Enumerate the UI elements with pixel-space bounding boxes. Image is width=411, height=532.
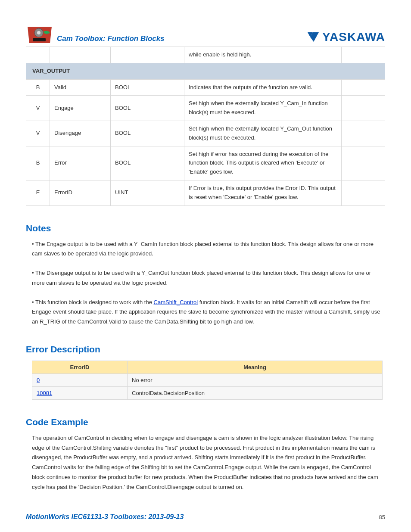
errorid-link[interactable]: 10081: [37, 390, 52, 396]
table-row: V Disengage BOOL Set high when the exter…: [26, 121, 385, 146]
svg-rect-2: [33, 38, 46, 41]
camshift-control-link[interactable]: CamShift_Control: [154, 299, 198, 305]
header-left: Cam Toolbox: Function Blocks: [26, 24, 165, 44]
cell: ErrorID: [50, 180, 111, 205]
errorid-cell: 10081: [32, 386, 128, 399]
notes-p3: • This function block is designed to wor…: [32, 298, 383, 327]
meaning-header: Meaning: [128, 361, 383, 373]
errorid-cell: 0: [32, 373, 128, 386]
code-example-body: The operation of CamControl in deciding …: [32, 433, 383, 492]
error-table: ErrorID Meaning 0 No error 10081 Control…: [32, 361, 383, 400]
cell: B: [26, 79, 50, 96]
errorid-link[interactable]: 0: [37, 377, 40, 383]
table-row: B Valid BOOL Indicates that the outputs …: [26, 79, 385, 96]
cell: BOOL: [111, 146, 184, 180]
table-row: while enable is held high.: [26, 47, 385, 63]
table-row: E ErrorID UINT If Error is true, this ou…: [26, 180, 385, 205]
brand-mark-icon: [307, 31, 320, 43]
header-title: Cam Toolbox: Function Blocks: [57, 34, 165, 44]
cell: BOOL: [111, 96, 184, 121]
cell: Valid: [50, 79, 111, 96]
error-table-wrap: ErrorID Meaning 0 No error 10081 Control…: [32, 361, 383, 400]
error-description-heading: Error Description: [26, 344, 385, 355]
brand-logo: YASKAWA: [307, 30, 385, 44]
meaning-cell: No error: [128, 373, 383, 386]
notes-body: • The Engage output is to be used with a…: [32, 240, 383, 327]
variable-table: while enable is held high. VAR_OUTPUT B …: [26, 47, 385, 206]
cell: [50, 47, 111, 63]
cell: E: [26, 180, 50, 205]
cell: Engage: [50, 96, 111, 121]
cell: UINT: [111, 180, 184, 205]
page-footer: MotionWorks IEC61131-3 Toolboxes: 2013-0…: [26, 513, 385, 521]
cell: [342, 47, 385, 63]
table-row: B Error BOOL Set high if error has occur…: [26, 146, 385, 180]
svg-point-1: [37, 31, 40, 34]
cell: Set high when the externally located Y_C…: [184, 121, 342, 146]
cell: Indicates that the outputs of the functi…: [184, 79, 342, 96]
error-row: 10081 ControlData.DecisionPosition: [32, 386, 383, 399]
cell: [342, 121, 385, 146]
table-section-row: VAR_OUTPUT: [26, 63, 385, 79]
meaning-cell: ControlData.DecisionPosition: [128, 386, 383, 399]
brand-text: YASKAWA: [322, 30, 385, 44]
notes-p3-pre: • This function block is designed to wor…: [32, 299, 154, 305]
cell: Disengage: [50, 121, 111, 146]
cell: If Error is true, this output provides t…: [184, 180, 342, 205]
cell: V: [26, 96, 50, 121]
error-table-header: ErrorID Meaning: [32, 361, 383, 373]
cell: [342, 79, 385, 96]
cell: V: [26, 121, 50, 146]
notes-p2: • The Disengage output is to be used wit…: [32, 268, 383, 288]
cell: [111, 47, 184, 63]
code-example-text: The operation of CamControl in deciding …: [32, 433, 383, 492]
cell: BOOL: [111, 121, 184, 146]
cell: BOOL: [111, 79, 184, 96]
cell: Set high when the externally located Y_C…: [184, 96, 342, 121]
cell: [342, 180, 385, 205]
cell: [342, 96, 385, 121]
cell: while enable is held high.: [184, 47, 342, 63]
page-header: Cam Toolbox: Function Blocks YASKAWA: [26, 24, 385, 44]
toolbox-logo-icon: [26, 24, 53, 44]
footer-title: MotionWorks IEC61131-3 Toolboxes: 2013-0…: [26, 513, 184, 521]
cell: [342, 146, 385, 180]
cell: Error: [50, 146, 111, 180]
cell: B: [26, 146, 50, 180]
cell: Set high if error has occurred during th…: [184, 146, 342, 180]
code-example-heading: Code Example: [26, 417, 385, 427]
table-row: V Engage BOOL Set high when the external…: [26, 96, 385, 121]
cell: [26, 47, 50, 63]
notes-p1: • The Engage output is to be used with a…: [32, 240, 383, 259]
page-number: 85: [379, 514, 385, 520]
notes-heading: Notes: [26, 223, 385, 233]
section-label: VAR_OUTPUT: [26, 63, 385, 79]
error-row: 0 No error: [32, 373, 383, 386]
errorid-header: ErrorID: [32, 361, 128, 373]
